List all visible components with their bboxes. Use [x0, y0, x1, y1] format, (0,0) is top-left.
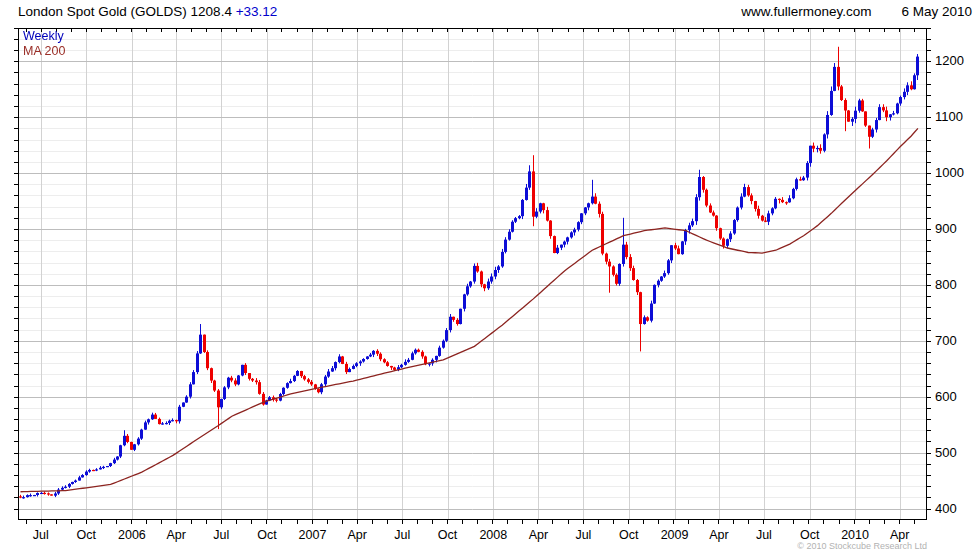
instrument-title: London Spot Gold (GOLDS) 1208.4: [18, 4, 236, 19]
legend-timeframe: Weekly: [23, 30, 64, 43]
y-tick-label: 1000: [935, 165, 964, 180]
date-label: 6 May 2010: [901, 4, 972, 19]
copyright-label: © 2010 Stockcube Research Ltd: [797, 541, 927, 551]
chart-screenshot: London Spot Gold (GOLDS) 1208.4 +33.12 w…: [0, 0, 980, 560]
x-tick-label: Apr: [872, 528, 928, 542]
y-tick-label: 900: [935, 221, 957, 236]
price-chart-canvas: [12, 24, 933, 526]
chart-title: London Spot Gold (GOLDS) 1208.4 +33.12: [18, 4, 277, 19]
header-right: www.fullermoney.com 6 May 2010: [741, 4, 972, 19]
y-tick-label: 800: [935, 277, 957, 292]
y-tick-label: 1200: [935, 53, 964, 68]
price-change: +33.12: [236, 4, 278, 19]
y-tick-label: 600: [935, 389, 957, 404]
y-tick-label: 500: [935, 445, 957, 460]
y-tick-label: 700: [935, 333, 957, 348]
legend-ma200: MA 200: [23, 45, 65, 58]
website-label: www.fullermoney.com: [741, 4, 871, 19]
y-tick-label: 400: [935, 501, 957, 516]
y-tick-label: 1100: [935, 109, 963, 124]
